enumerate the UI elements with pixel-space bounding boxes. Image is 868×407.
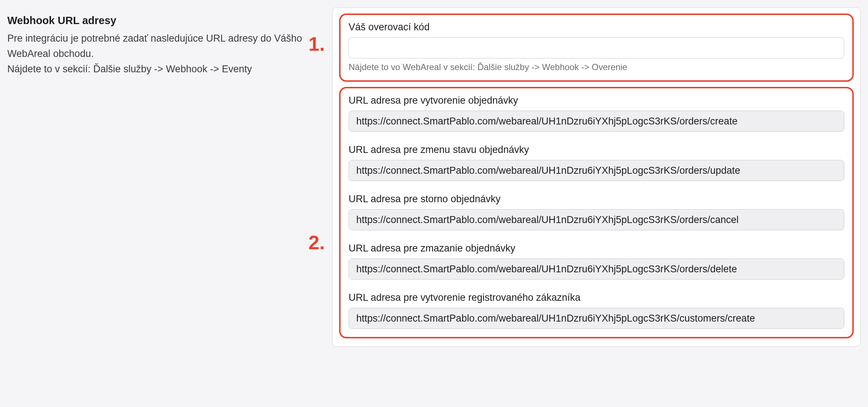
highlight-box-1: Váš overovací kód Nájdete to vo WebAreal… xyxy=(339,14,854,82)
url-group-delete-order: URL adresa pre zmazanie objednávky xyxy=(349,243,844,280)
url-update-order-input[interactable] xyxy=(349,160,844,181)
section-title: Webhook URL adresy xyxy=(7,15,321,27)
left-panel: Webhook URL adresy Pre integráciu je pot… xyxy=(7,7,321,77)
annotation-number-1: 1. xyxy=(308,32,325,55)
verification-code-label: Váš overovací kód xyxy=(349,22,844,33)
url-group-create-order: URL adresa pre vytvorenie objednávky xyxy=(349,95,844,132)
annotation-number-2: 2. xyxy=(308,231,325,254)
url-group-create-customer: URL adresa pre vytvorenie registrovaného… xyxy=(349,292,844,329)
url-group-update-order: URL adresa pre zmenu stavu objednávky xyxy=(349,144,844,181)
form-card: 1. 2. Váš overovací kód Nájdete to vo We… xyxy=(332,7,861,347)
verification-code-input[interactable] xyxy=(349,37,844,58)
url-delete-order-input[interactable] xyxy=(349,258,844,280)
url-create-order-input[interactable] xyxy=(349,111,844,132)
url-label: URL adresa pre vytvorenie objednávky xyxy=(349,95,844,106)
verification-code-hint: Nájdete to vo WebAreal v sekcií: Ďalšie … xyxy=(349,62,844,72)
highlight-box-2: URL adresa pre vytvorenie objednávky URL… xyxy=(339,87,854,338)
url-label: URL adresa pre vytvorenie registrovaného… xyxy=(349,292,844,303)
section-description: Pre integráciu je potrebné zadať nasledu… xyxy=(7,31,321,77)
url-cancel-order-input[interactable] xyxy=(349,209,844,230)
url-label: URL adresa pre zmazanie objednávky xyxy=(349,243,844,254)
url-group-cancel-order: URL adresa pre storno objednávky xyxy=(349,193,844,230)
url-label: URL adresa pre storno objednávky xyxy=(349,193,844,205)
url-create-customer-input[interactable] xyxy=(349,308,844,329)
desc-line-1: Pre integráciu je potrebné zadať nasledu… xyxy=(7,33,302,59)
settings-container: Webhook URL adresy Pre integráciu je pot… xyxy=(7,7,861,347)
desc-line-2: Nájdete to v sekcií: Ďalšie služby -> We… xyxy=(7,64,252,74)
url-label: URL adresa pre zmenu stavu objednávky xyxy=(349,144,844,155)
